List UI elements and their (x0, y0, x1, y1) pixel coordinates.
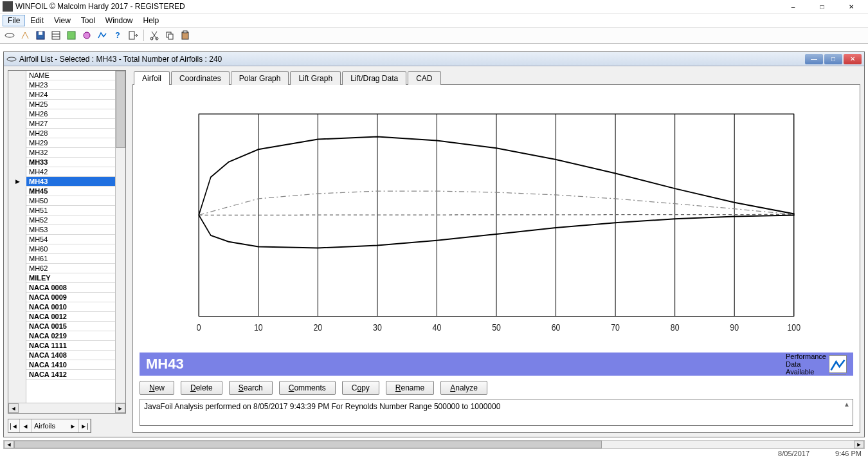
list-item[interactable]: MH24 (26, 90, 115, 100)
list-item[interactable]: NACA 0219 (26, 331, 115, 341)
list-item[interactable]: NACA 0009 (26, 293, 115, 302)
list-item[interactable]: MH52 (26, 215, 115, 225)
maximize-button[interactable]: □ (808, 0, 836, 13)
list-item[interactable]: MH45 (26, 187, 115, 196)
tb-save-icon[interactable] (33, 28, 48, 42)
info-strip: MH43 Performance Data Available (140, 353, 853, 376)
list-item[interactable]: MILEY (26, 273, 115, 283)
nav-prev-icon[interactable]: ◄ (20, 419, 32, 432)
status-scroll-up-icon[interactable]: ▲ (842, 401, 851, 410)
tb-help-icon[interactable]: ? (111, 28, 125, 42)
mdi-hscroll[interactable]: ◄ ► (3, 440, 865, 449)
svg-point-16 (7, 57, 16, 61)
svg-text:30: 30 (373, 322, 382, 333)
selection-marker-icon: ▶ (8, 177, 26, 187)
subwindow-maximize[interactable]: □ (824, 54, 842, 64)
svg-text:40: 40 (433, 322, 442, 333)
tb-tool6-icon[interactable] (80, 28, 94, 42)
menu-window[interactable]: Window (100, 15, 138, 26)
subwindow-close[interactable]: ✕ (844, 54, 862, 64)
tab-coordinates[interactable]: Coordinates (171, 71, 230, 85)
copy-button[interactable]: Copy (342, 381, 379, 395)
svg-rect-6 (68, 32, 75, 39)
list-item[interactable]: MH28 (26, 129, 115, 138)
menu-edit[interactable]: Edit (25, 15, 49, 26)
subwindow-titlebar[interactable]: Airfoil List - Selected : MH43 - Total N… (4, 52, 864, 66)
tb-paste-icon[interactable] (178, 28, 192, 42)
tb-tool2-icon[interactable] (18, 28, 32, 42)
subwindow-minimize[interactable]: — (805, 54, 823, 64)
list-item[interactable]: NACA 0015 (26, 322, 115, 331)
list-item[interactable]: NACA 0012 (26, 312, 115, 322)
tab-cad[interactable]: CAD (408, 71, 440, 85)
delete-button[interactable]: Delete (181, 381, 222, 395)
svg-text:10: 10 (254, 322, 263, 333)
list-item[interactable]: MH54 (26, 235, 115, 244)
mdi-scroll-left-icon[interactable]: ◄ (4, 441, 14, 448)
tb-table-icon[interactable] (49, 28, 63, 42)
list-item[interactable]: NACA 0010 (26, 302, 115, 312)
svg-point-11 (156, 37, 158, 40)
list-item[interactable]: MH42 (26, 167, 115, 177)
scroll-right-icon[interactable]: ► (115, 403, 125, 413)
list-item[interactable]: MH32 (26, 148, 115, 158)
nav-first-icon[interactable]: |◄ (8, 419, 20, 432)
list-item[interactable]: NACA 1111 (26, 341, 115, 351)
tab-pane: 0102030405060708090100 MH43 Performance … (132, 84, 860, 433)
list-item[interactable]: MH60 (26, 244, 115, 254)
list-item[interactable]: MH43 (26, 177, 115, 187)
performance-icon[interactable] (829, 355, 847, 373)
search-button[interactable]: Search (229, 381, 273, 395)
list-item[interactable]: MH51 (26, 206, 115, 215)
menu-tool[interactable]: Tool (76, 15, 100, 26)
mdi-scroll-right-icon[interactable]: ► (854, 441, 864, 448)
menu-help[interactable]: Help (138, 15, 165, 26)
list-item[interactable]: MH62 (26, 264, 115, 273)
list-item[interactable]: NACA 0008 (26, 283, 115, 293)
list-item[interactable]: MH27 (26, 119, 115, 129)
status-text: JavaFoil Analysis performed on 8/05/2017… (144, 402, 500, 411)
list-item[interactable]: MH61 (26, 254, 115, 264)
tb-exit-icon[interactable] (126, 28, 140, 42)
tab-polar-graph[interactable]: Polar Graph (231, 71, 289, 85)
list-hscroll[interactable]: ◄ ► (8, 403, 125, 413)
list-item[interactable]: MH33 (26, 158, 115, 167)
svg-text:?: ? (115, 31, 120, 40)
tab-airfoil[interactable]: Airfoil (134, 71, 170, 85)
list-item[interactable]: MH26 (26, 109, 115, 119)
rename-button[interactable]: Rename (386, 381, 434, 395)
svg-point-0 (5, 33, 14, 37)
window-title: WINFOIL © Malcolm Hardy 2017 - REGISTERE… (15, 2, 779, 11)
menubar: File Edit View Tool Window Help (0, 13, 868, 27)
list-item[interactable]: NACA 1410 (26, 360, 115, 370)
list-header[interactable]: NAME (26, 71, 115, 80)
list-item[interactable]: NACA 1408 (26, 351, 115, 360)
tb-airfoil-icon[interactable] (3, 28, 17, 42)
list-item[interactable]: MH53 (26, 225, 115, 235)
list-item[interactable]: MH29 (26, 138, 115, 148)
tb-tool5-icon[interactable] (64, 28, 78, 42)
nav-next-icon[interactable]: ► (68, 419, 79, 432)
comments-button[interactable]: Comments (279, 381, 336, 395)
close-button[interactable]: ✕ (836, 0, 865, 13)
menu-view[interactable]: View (49, 15, 76, 26)
list-item[interactable]: MH50 (26, 196, 115, 206)
tb-copy-icon[interactable] (163, 28, 177, 42)
svg-text:60: 60 (552, 322, 561, 333)
minimize-button[interactable]: – (779, 0, 808, 13)
airfoil-window-icon (6, 55, 17, 64)
menu-file[interactable]: File (3, 15, 25, 26)
new-button[interactable]: New (140, 381, 174, 395)
tab-lift-graph[interactable]: Lift Graph (290, 71, 341, 85)
svg-rect-15 (183, 31, 187, 33)
list-item[interactable]: NACA 1412 (26, 370, 115, 380)
tb-tool7-icon[interactable] (95, 28, 109, 42)
scroll-left-icon[interactable]: ◄ (8, 403, 19, 413)
tab-lift-drag-data[interactable]: Lift/Drag Data (342, 71, 406, 85)
tb-cut-icon[interactable] (147, 28, 161, 42)
analyze-button[interactable]: Analyze (440, 381, 487, 395)
list-item[interactable]: MH23 (26, 80, 115, 90)
nav-last-icon[interactable]: ►| (79, 419, 91, 432)
list-item[interactable]: MH25 (26, 100, 115, 109)
list-scrollbar[interactable] (115, 71, 125, 403)
